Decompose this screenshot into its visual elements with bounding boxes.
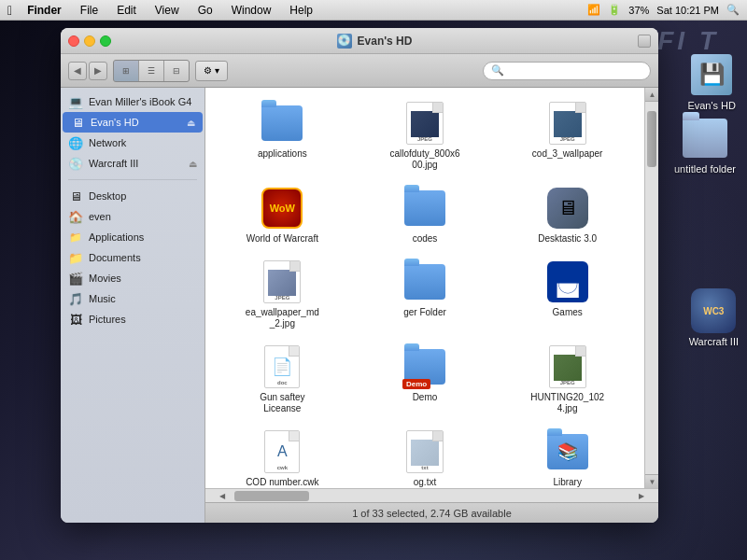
close-button[interactable] — [68, 35, 79, 47]
file-item-codnumber[interactable]: A cwk COD number.cwk — [213, 424, 352, 488]
list-view-button[interactable]: ☰ — [139, 61, 163, 81]
sidebar-item-pictures[interactable]: 🖼 Pictures — [61, 309, 204, 329]
file-item-ea[interactable]: JPEG ea_wallpaper_md_2.jpg — [213, 254, 352, 335]
finder-window: 💿 Evan's HD ◀ ▶ ⊞ ☰ ⊟ ⚙ ▾ — [61, 28, 658, 523]
file-item-library[interactable]: 📚 Library — [498, 424, 637, 488]
scroll-track — [645, 102, 658, 474]
window-title: Evan's HD — [358, 35, 413, 48]
menu-finder[interactable]: Finder — [23, 4, 65, 17]
battery-icon: 🔋 — [608, 4, 621, 16]
file-grid-container[interactable]: applications JPEG callofduty_800x600.jpg — [205, 88, 644, 488]
content-area: 💻 Evan Miller's iBook G4 🖥 Evan's HD ⏏ 🌐… — [61, 88, 658, 523]
untitled-folder-label: untitled folder — [674, 163, 736, 175]
file-scroll-area: applications JPEG callofduty_800x600.jpg — [205, 88, 658, 488]
sidebar-item-warcraft[interactable]: 💿 Warcraft III ⏏ — [61, 153, 204, 174]
sidebar-item-movies[interactable]: 🎬 Movies — [61, 268, 204, 288]
desktop-icon-untitled[interactable]: untitled folder — [670, 112, 740, 178]
spotlight-icon[interactable]: 🔍 — [726, 4, 740, 16]
file-item-demo[interactable]: Demo Demo — [356, 339, 495, 420]
battery-percent: 37% — [628, 5, 649, 16]
file-item-codes[interactable]: codes — [356, 180, 495, 250]
file-item-log[interactable]: txt og.txt — [356, 424, 495, 488]
home-icon: 🏠 — [68, 209, 83, 224]
sidebar-devices: 💻 Evan Miller's iBook G4 🖥 Evan's HD ⏏ 🌐… — [61, 88, 204, 177]
warcraft3-label: Warcraft III — [689, 336, 739, 347]
apple-menu[interactable]:  — [7, 3, 12, 18]
callofduty-icon: JPEG — [402, 101, 447, 146]
games-name: Games — [553, 307, 583, 318]
file-item-applications[interactable]: applications — [213, 95, 352, 176]
menu-help[interactable]: Help — [286, 4, 317, 17]
back-button[interactable]: ◀ — [68, 62, 87, 80]
sidebar-item-documents[interactable]: 📁 Documents — [61, 247, 204, 268]
file-item-wow[interactable]: WoW World of Warcraft — [213, 180, 352, 250]
column-view-button[interactable]: ⊟ — [164, 61, 189, 81]
hunting-name: HUNTING20_1024.jpg — [530, 392, 605, 414]
evanshd-label: Evan's HD — [687, 100, 736, 111]
file-item-games[interactable]: ◛ Games — [498, 254, 637, 335]
sidebar-item-evanshd[interactable]: 🖥 Evan's HD ⏏ — [63, 112, 203, 133]
minimize-button[interactable] — [84, 35, 95, 47]
menu-edit[interactable]: Edit — [113, 4, 140, 17]
sidebar-sep-1 — [68, 179, 197, 180]
music-label: Music — [89, 293, 116, 304]
menu-window[interactable]: Window — [228, 4, 275, 17]
icon-view-button[interactable]: ⊞ — [114, 61, 138, 81]
ea-icon: JPEG — [260, 259, 304, 304]
horizontal-scrollbar[interactable]: ◀ ▶ — [205, 488, 658, 502]
messenger-icon — [402, 259, 447, 304]
sidebar-item-ibook[interactable]: 💻 Evan Miller's iBook G4 — [61, 91, 204, 112]
applications-name: applications — [258, 148, 307, 160]
menu-view[interactable]: View — [151, 4, 183, 17]
desktop-icon-warcraft3[interactable]: WC3 Warcraft III — [685, 285, 742, 351]
maximize-button[interactable] — [100, 35, 111, 47]
ibook-icon: 💻 — [68, 94, 83, 109]
forward-button[interactable]: ▶ — [89, 62, 107, 80]
file-item-callofduty[interactable]: JPEG callofduty_800x600.jpg — [356, 95, 495, 176]
sidebar-item-applications[interactable]: 📁 Applications — [61, 227, 204, 247]
nav-buttons: ◀ ▶ — [68, 62, 107, 80]
hunting-icon: JPEG — [545, 344, 590, 389]
sidebar-item-desktop[interactable]: 🖥 Desktop — [61, 186, 204, 206]
demo-name: Demo — [413, 392, 438, 403]
callofduty-name: callofduty_800x600.jpg — [388, 148, 462, 171]
status-text: 1 of 33 selected, 2.74 GB available — [352, 508, 512, 519]
sidebar-item-music[interactable]: 🎵 Music — [61, 288, 204, 309]
wifi-icon: 📶 — [587, 4, 600, 16]
desktop-sidebar-label: Desktop — [89, 190, 126, 202]
pictures-icon: 🖼 — [68, 312, 83, 327]
scroll-down-button[interactable]: ▼ — [645, 474, 658, 488]
desktop-icon-evanshd[interactable]: 💾 Evan's HD — [684, 49, 740, 115]
library-name: Library — [553, 477, 582, 488]
gun-icon: 📄 doc — [260, 344, 304, 389]
file-item-hunting[interactable]: JPEG HUNTING20_1024.jpg — [498, 339, 637, 420]
menu-go[interactable]: Go — [194, 4, 217, 17]
sidebar-places: 🖥 Desktop 🏠 even 📁 Applications 📁 Docume… — [61, 182, 204, 333]
sidebar-item-network[interactable]: 🌐 Network — [61, 133, 204, 153]
h-scroll-area — [225, 491, 639, 501]
docs-label: Documents — [89, 252, 141, 263]
file-item-cod3[interactable]: JPEG cod_3_wallpaper — [498, 95, 637, 176]
action-button[interactable]: ⚙ ▾ — [195, 61, 228, 81]
file-item-desktastic[interactable]: 🖥 Desktastic 3.0 — [498, 180, 637, 250]
messenger-name: ger Folder — [403, 307, 446, 318]
file-item-gun[interactable]: 📄 doc Gun saftey Liceanse — [213, 339, 352, 420]
warcraft-eject-icon: ⏏ — [189, 159, 197, 169]
sidebar-item-even[interactable]: 🏠 even — [61, 206, 204, 227]
scroll-right-button[interactable]: ▶ — [639, 492, 644, 500]
search-box[interactable]: 🔍 — [483, 62, 651, 80]
vertical-scrollbar[interactable]: ▲ ▼ — [644, 88, 658, 488]
h-scroll-thumb[interactable] — [234, 491, 309, 501]
log-name: og.txt — [414, 477, 436, 488]
pictures-label: Pictures — [89, 314, 126, 325]
docs-icon: 📁 — [68, 250, 83, 265]
cod3-name: cod_3_wallpaper — [532, 148, 603, 160]
scroll-thumb[interactable] — [647, 111, 656, 167]
scroll-up-button[interactable]: ▲ — [645, 88, 658, 102]
menu-file[interactable]: File — [77, 4, 102, 17]
apps-label: Applications — [89, 231, 144, 243]
resize-button[interactable] — [638, 35, 651, 48]
cod3-icon: JPEG — [545, 101, 590, 146]
demo-badge: Demo — [402, 379, 430, 389]
file-item-messenger[interactable]: ger Folder — [356, 254, 495, 335]
